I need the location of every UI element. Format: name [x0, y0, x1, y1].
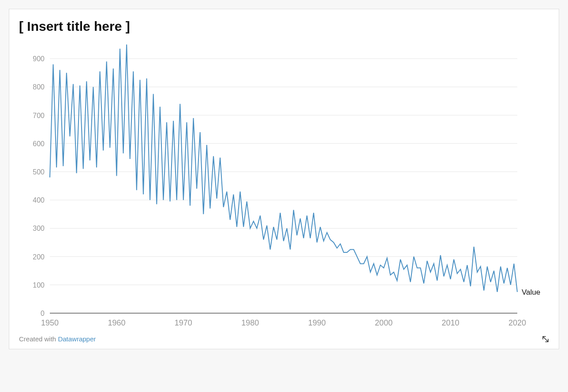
svg-text:1970: 1970	[175, 318, 192, 327]
svg-text:2000: 2000	[375, 318, 392, 327]
svg-text:1950: 1950	[41, 318, 59, 327]
svg-text:100: 100	[33, 281, 45, 289]
resize-handle-icon[interactable]	[542, 336, 549, 343]
svg-text:200: 200	[33, 253, 45, 261]
svg-text:400: 400	[33, 196, 45, 204]
svg-text:300: 300	[33, 225, 45, 232]
value-series	[50, 44, 517, 292]
svg-text:1980: 1980	[241, 318, 259, 327]
svg-text:0: 0	[41, 310, 45, 317]
chart-title: [ Insert title here ]	[19, 19, 549, 34]
datawrapper-link[interactable]: Datawrapper	[58, 335, 96, 343]
svg-text:800: 800	[33, 83, 45, 91]
chart-footer: Created with Datawrapper	[19, 335, 549, 343]
svg-text:2020: 2020	[508, 318, 526, 327]
svg-text:1990: 1990	[308, 318, 326, 327]
svg-text:2010: 2010	[442, 318, 460, 327]
svg-text:900: 900	[33, 55, 45, 63]
credit-text: Created with Datawrapper	[19, 335, 96, 343]
svg-text:700: 700	[33, 112, 45, 119]
line-chart-svg: 0100200300400500600700800900195019601970…	[19, 40, 548, 331]
credit-prefix: Created with	[19, 335, 58, 343]
svg-text:600: 600	[33, 140, 45, 148]
svg-text:1960: 1960	[108, 318, 125, 327]
chart-area: 0100200300400500600700800900195019601970…	[19, 40, 549, 331]
chart-card: [ Insert title here ] 010020030040050060…	[9, 9, 559, 349]
svg-text:500: 500	[33, 168, 45, 176]
series-label: Value	[522, 288, 540, 296]
